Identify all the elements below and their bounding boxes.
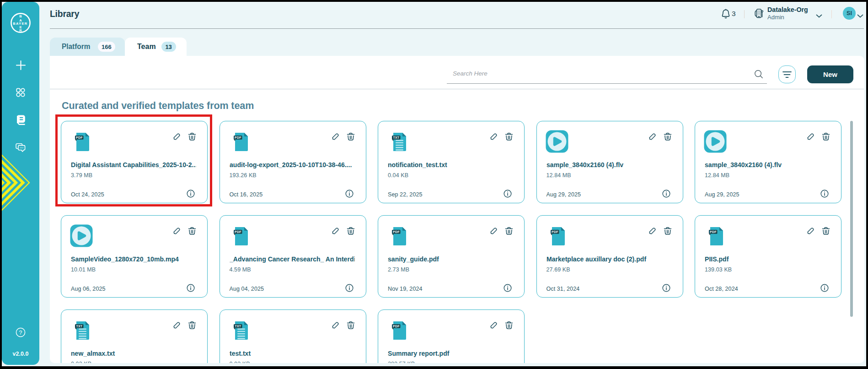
svg-text:PDF: PDF: [235, 136, 241, 139]
svg-text:TXT: TXT: [393, 136, 399, 139]
svg-text:PDF: PDF: [393, 325, 400, 328]
svg-text:?: ?: [19, 330, 22, 336]
svg-text:TXT: TXT: [235, 325, 241, 328]
svg-text:R: R: [19, 28, 22, 33]
svg-text:PDF: PDF: [393, 230, 400, 233]
svg-text:PDF: PDF: [235, 230, 241, 233]
svg-text:A: A: [19, 18, 22, 22]
svg-text:TXT: TXT: [76, 325, 82, 328]
svg-text:PDF: PDF: [710, 230, 717, 233]
svg-text:PDF: PDF: [552, 230, 558, 233]
